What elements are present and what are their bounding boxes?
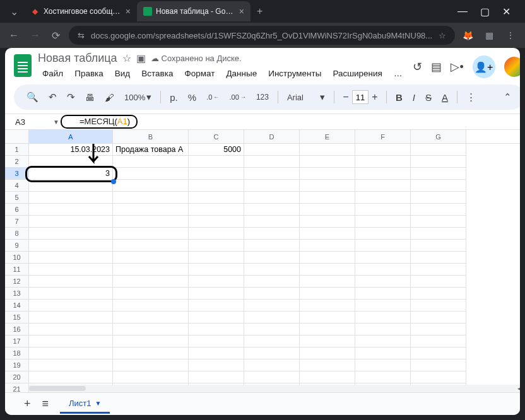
column-header[interactable]: A: [29, 130, 113, 143]
cell[interactable]: [300, 288, 355, 300]
cell[interactable]: [29, 264, 113, 276]
cell[interactable]: [300, 347, 355, 359]
undo-icon[interactable]: ↶: [45, 89, 61, 105]
cell[interactable]: [355, 204, 411, 216]
select-all-corner[interactable]: [5, 130, 29, 143]
menu-view[interactable]: Вид: [110, 66, 134, 81]
row-header[interactable]: 16: [5, 324, 29, 335]
cell[interactable]: [189, 347, 244, 359]
tabs-dropdown-icon[interactable]: ⌄: [5, 6, 23, 18]
cell[interactable]: [244, 312, 300, 324]
cell[interactable]: [300, 156, 355, 168]
meet-icon[interactable]: ▷•: [451, 60, 463, 74]
cell[interactable]: 5000: [189, 144, 244, 156]
italic-button[interactable]: I: [409, 90, 419, 105]
cell[interactable]: [189, 252, 244, 264]
cell[interactable]: [29, 335, 113, 347]
cell[interactable]: [355, 192, 411, 204]
search-icon[interactable]: 🔍: [23, 89, 42, 105]
paint-format-icon[interactable]: 🖌: [101, 90, 118, 105]
cell[interactable]: [411, 156, 466, 168]
column-header[interactable]: F: [355, 130, 411, 143]
cell[interactable]: [113, 156, 189, 168]
cell[interactable]: [113, 192, 189, 204]
extension-icon[interactable]: 🦊: [461, 29, 474, 42]
cell[interactable]: [355, 240, 411, 252]
back-icon[interactable]: ←: [6, 27, 21, 44]
cell[interactable]: [300, 168, 355, 180]
close-window-icon[interactable]: ✕: [502, 6, 510, 18]
cell[interactable]: [355, 156, 411, 168]
cell[interactable]: [113, 347, 189, 359]
row-header[interactable]: 11: [5, 264, 29, 276]
cell[interactable]: [411, 312, 466, 324]
cell[interactable]: [244, 228, 300, 240]
row-header[interactable]: 14: [5, 300, 29, 312]
cell[interactable]: [355, 347, 411, 359]
cell[interactable]: [411, 180, 466, 192]
cell[interactable]: [244, 347, 300, 359]
font-select[interactable]: Arial ▾: [283, 89, 329, 105]
row-header[interactable]: 5: [5, 192, 29, 204]
bookmark-icon[interactable]: ☆: [439, 31, 446, 40]
cell[interactable]: [411, 276, 466, 288]
row-header[interactable]: 7: [5, 216, 29, 228]
cell[interactable]: [244, 359, 300, 371]
cell[interactable]: [355, 324, 411, 335]
close-icon[interactable]: ×: [126, 6, 131, 16]
scroll-left-icon[interactable]: ◀: [516, 385, 520, 392]
cell[interactable]: [189, 300, 244, 312]
cell[interactable]: [113, 264, 189, 276]
cell[interactable]: [29, 371, 113, 383]
row-header[interactable]: 20: [5, 371, 29, 383]
cell[interactable]: [300, 276, 355, 288]
cell[interactable]: [113, 359, 189, 371]
cell[interactable]: [29, 180, 113, 192]
menu-format[interactable]: Формат: [180, 66, 219, 81]
sheets-logo-icon[interactable]: [14, 54, 32, 77]
cell[interactable]: [300, 204, 355, 216]
text-color-button[interactable]: A: [438, 90, 452, 105]
cell[interactable]: [244, 204, 300, 216]
row-header[interactable]: 12: [5, 276, 29, 288]
cell[interactable]: [300, 359, 355, 371]
cell[interactable]: [300, 144, 355, 156]
cell[interactable]: [113, 371, 189, 383]
cell[interactable]: [29, 240, 113, 252]
browser-tab-2[interactable]: Новая таблица - Google Табли ×: [137, 1, 251, 21]
cell[interactable]: [355, 168, 411, 180]
cell[interactable]: [29, 204, 113, 216]
cell[interactable]: [411, 168, 466, 180]
cell[interactable]: [411, 144, 466, 156]
cell[interactable]: [29, 216, 113, 228]
cell[interactable]: [300, 228, 355, 240]
font-size-input[interactable]: [352, 90, 369, 104]
cell-fill-handle[interactable]: [111, 179, 116, 184]
cell[interactable]: [300, 252, 355, 264]
cell[interactable]: [189, 264, 244, 276]
cell[interactable]: [113, 216, 189, 228]
cell[interactable]: [189, 240, 244, 252]
cell[interactable]: [189, 216, 244, 228]
cell[interactable]: [189, 335, 244, 347]
cell[interactable]: [189, 228, 244, 240]
redo-icon[interactable]: ↷: [63, 89, 79, 105]
cell[interactable]: [300, 371, 355, 383]
cell[interactable]: [244, 252, 300, 264]
cell[interactable]: [411, 228, 466, 240]
new-tab-button[interactable]: +: [251, 6, 269, 17]
cell[interactable]: [29, 156, 113, 168]
cell[interactable]: [244, 156, 300, 168]
cell[interactable]: [300, 264, 355, 276]
chevron-down-icon[interactable]: ▼: [53, 119, 59, 125]
cell[interactable]: [244, 180, 300, 192]
cell[interactable]: [355, 276, 411, 288]
cell[interactable]: [411, 216, 466, 228]
history-icon[interactable]: ↺: [413, 60, 422, 74]
currency-button[interactable]: р.: [166, 90, 182, 105]
menu-more[interactable]: …: [389, 66, 407, 81]
row-header[interactable]: 1: [5, 144, 29, 156]
cell[interactable]: [355, 335, 411, 347]
reload-icon[interactable]: ⟳: [49, 27, 62, 44]
cell[interactable]: [29, 300, 113, 312]
